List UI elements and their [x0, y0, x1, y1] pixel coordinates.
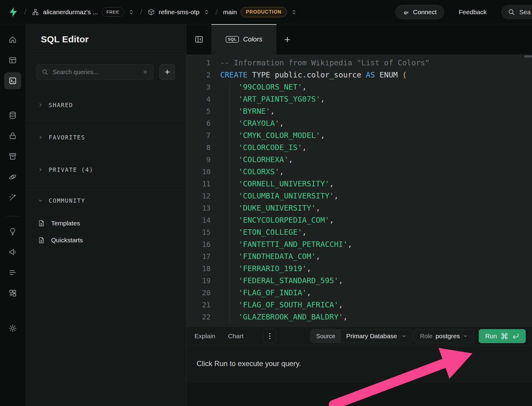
panel-header: SQL Editor	[26, 24, 186, 54]
chevron-right-icon	[38, 167, 43, 172]
code-line: 15 'ETON_COLLEGE',	[186, 226, 532, 238]
top-bar: / alicanerdurmaz's ... FREE / refine-sms…	[0, 0, 532, 24]
rail-item-home[interactable]	[4, 31, 21, 48]
search-icon	[42, 69, 48, 75]
results-panel: Click Run to execute your query.	[186, 345, 532, 382]
more-options-button[interactable]	[263, 329, 277, 343]
global-search-button[interactable]: Sea	[501, 5, 532, 19]
section-favorites-header[interactable]: FAVORITES	[26, 121, 186, 153]
query-search-row: +	[26, 54, 186, 89]
project-switcher-icon[interactable]	[203, 9, 210, 15]
toolbar-right: Source Primary Database Role postgres	[310, 329, 526, 343]
code-text: -- Information from Wikipedia "List of C…	[211, 57, 429, 69]
connect-button[interactable]: Connect	[395, 5, 444, 19]
role-select[interactable]: Role postgres	[414, 329, 474, 343]
feedback-button[interactable]: Feedback	[459, 8, 487, 16]
branch-breadcrumb[interactable]: main PRODUCTION	[223, 7, 297, 17]
lock-icon	[8, 132, 17, 140]
code-line: 13 'DUKE_UNIVERSITY',	[186, 202, 532, 214]
chart-button[interactable]: Chart	[228, 332, 243, 340]
sql-badge: SQL	[226, 36, 239, 43]
line-number: 16	[186, 238, 211, 250]
line-number: 22	[186, 311, 211, 323]
results-message: Click Run to execute your query.	[197, 359, 301, 368]
code-line: 1-- Information from Wikipedia "List of …	[186, 57, 532, 69]
tab-label: Colors	[243, 35, 263, 43]
main-area: SQL Colors + 1-- Information from Wikipe…	[186, 24, 532, 406]
rail-item-realtime[interactable]	[4, 169, 21, 185]
rail-item-ai-assistant[interactable]	[4, 189, 21, 206]
new-query-button[interactable]: +	[159, 64, 175, 80]
orbit-icon	[8, 173, 17, 181]
line-number: 19	[186, 275, 211, 287]
supabase-logo-icon[interactable]	[8, 7, 19, 18]
code-text: 'COLORHEXA',	[211, 154, 293, 166]
storage-icon	[8, 152, 17, 161]
rail-item-table-editor[interactable]	[4, 52, 21, 69]
file-text-icon	[38, 237, 45, 244]
line-number: 21	[186, 299, 211, 311]
branch-switcher-icon[interactable]	[291, 9, 297, 15]
expand-sections-icon[interactable]	[142, 69, 148, 75]
community-item-templates[interactable]: Templates	[26, 215, 186, 232]
search-queries-input[interactable]	[52, 68, 139, 76]
explain-button[interactable]: Explain	[194, 332, 215, 340]
code-line: 20 'FLAG_OF_INDIA',	[186, 287, 532, 299]
code-line: 2CREATE TYPE public.color_source AS ENUM…	[186, 69, 532, 81]
community-item-quickstarts[interactable]: Quickstarts	[26, 232, 186, 249]
rail-item-storage[interactable]	[4, 148, 21, 165]
rail-item-integrations[interactable]	[4, 285, 21, 302]
rail-item-logs[interactable]	[4, 264, 21, 281]
environment-badge: PRODUCTION	[241, 7, 287, 17]
section-community-header[interactable]: COMMUNITY	[26, 186, 186, 215]
run-button[interactable]: Run	[479, 329, 526, 343]
code-text: 'COLORXS',	[211, 166, 284, 178]
code-line: 17 'FINDTHEDATA_COM',	[186, 250, 532, 263]
code-line: 9 'COLORHEXA',	[186, 154, 532, 166]
query-search[interactable]	[37, 64, 153, 80]
rail-item-advisors[interactable]	[4, 223, 21, 240]
breadcrumb-separator: /	[215, 7, 217, 17]
editor-scrollbar-thumb[interactable]	[524, 55, 532, 57]
breadcrumb-separator: /	[24, 7, 26, 17]
file-text-icon	[38, 220, 45, 227]
project-breadcrumb[interactable]: refine-sms-otp	[148, 8, 210, 16]
org-switcher-icon[interactable]	[128, 9, 135, 15]
line-number: 18	[186, 263, 211, 275]
home-icon	[8, 35, 17, 44]
kebab-icon	[269, 333, 270, 334]
section-label: FAVORITES	[49, 134, 85, 141]
collapse-panel-button[interactable]	[186, 24, 211, 54]
rail-item-reports[interactable]	[4, 244, 21, 260]
blocks-icon	[8, 289, 17, 297]
line-number: 5	[186, 105, 211, 117]
rail-item-database[interactable]	[4, 107, 21, 124]
rail-item-authentication[interactable]	[4, 127, 21, 144]
code-editor[interactable]: 1-- Information from Wikipedia "List of …	[186, 54, 532, 327]
connect-label: Connect	[413, 8, 437, 16]
code-line: 19 'FEDERAL_STANDARD_595',	[186, 275, 532, 287]
tab-colors[interactable]: SQL Colors	[211, 24, 276, 54]
branch-name: main	[223, 8, 237, 16]
breadcrumb-separator: /	[140, 7, 142, 17]
line-number: 11	[186, 178, 211, 190]
code-line: 3 '99COLORS_NET',	[186, 81, 532, 93]
section-private-header[interactable]: PRIVATE (4)	[26, 154, 186, 186]
code-text: 'ETON_COLLEGE',	[211, 226, 307, 238]
org-breadcrumb[interactable]: alicanerdurmaz's ... FREE	[32, 7, 135, 17]
code-text: 'COLORCODE_IS',	[211, 142, 307, 154]
lightbulb-icon	[8, 227, 17, 236]
new-tab-button[interactable]: +	[276, 24, 298, 54]
line-number: 6	[186, 117, 211, 129]
code-text: 'DUKE_UNIVERSITY',	[211, 202, 320, 214]
source-label: Source	[311, 329, 341, 343]
list-item-label: Quickstarts	[51, 237, 83, 244]
list-item-label: Templates	[51, 220, 80, 227]
code-text: 'GLAZEBROOK_AND_BALDRY',	[211, 311, 348, 323]
code-text: 'FLAG_OF_SOUTH_AFRICA',	[211, 299, 343, 311]
database-select[interactable]: Source Primary Database	[310, 329, 412, 343]
line-number: 2	[186, 69, 211, 81]
rail-item-sql-editor[interactable]	[4, 72, 21, 89]
section-shared-header[interactable]: SHARED	[26, 89, 186, 121]
rail-item-settings[interactable]	[4, 320, 21, 337]
